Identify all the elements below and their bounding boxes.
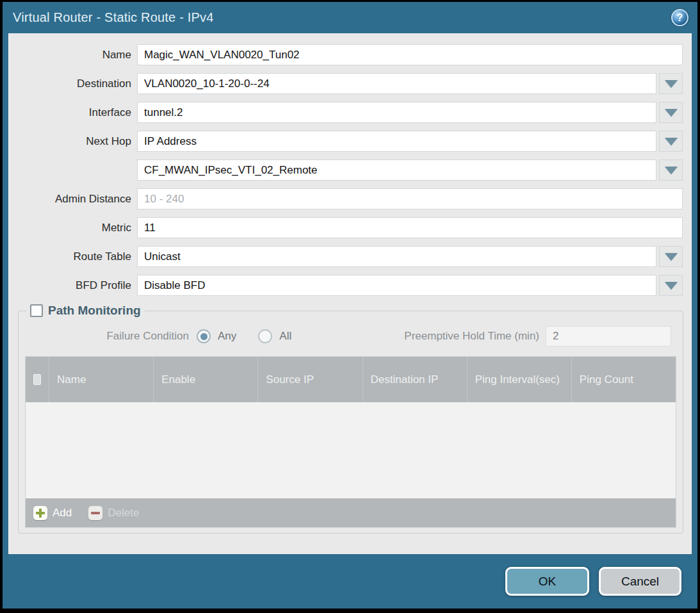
dialog-footer: OK Cancel <box>3 554 697 609</box>
destination-dropdown-button[interactable] <box>659 73 683 94</box>
table-body-empty <box>26 402 676 498</box>
chevron-down-icon <box>665 282 678 290</box>
add-button-label: Add <box>53 507 72 519</box>
route-table-input[interactable] <box>137 246 656 267</box>
chevron-down-icon <box>665 253 678 261</box>
chevron-down-icon <box>665 80 678 88</box>
radio-any-label: Any <box>218 330 236 343</box>
chevron-down-icon <box>665 167 678 174</box>
form-row-bfd-profile: BFD Profile <box>9 275 683 296</box>
next-hop-address-dropdown-button[interactable] <box>659 159 683 181</box>
ok-button[interactable]: OK <box>505 567 589 596</box>
delete-button-label: Delete <box>108 507 139 519</box>
form-row-interface: Interface <box>9 102 683 123</box>
failure-condition-any-option[interactable]: Any <box>197 329 236 343</box>
table-toolbar: Add Delete <box>26 498 676 527</box>
form-row-next-hop-address <box>9 159 683 181</box>
preemptive-hold-time-label: Preemptive Hold Time (min) <box>404 330 546 343</box>
metric-label: Metric <box>9 222 137 234</box>
form-row-next-hop: Next Hop <box>9 131 683 152</box>
delete-minus-icon <box>88 506 102 520</box>
chevron-down-icon <box>665 138 678 145</box>
dialog-titlebar: Virtual Router - Static Route - IPv4 ? <box>3 2 697 33</box>
path-monitoring-title: Path Monitoring <box>48 304 141 318</box>
column-header-ping-count[interactable]: Ping Count <box>571 357 676 402</box>
form-row-destination: Destination <box>9 73 683 94</box>
interface-input[interactable] <box>137 102 656 123</box>
chevron-down-icon <box>665 109 678 117</box>
admin-distance-label: Admin Distance <box>9 193 137 206</box>
column-header-ping-interval[interactable]: Ping Interval(sec) <box>467 357 571 402</box>
column-header-name[interactable]: Name <box>49 357 153 402</box>
form-row-name: Name <box>9 44 683 65</box>
bfd-profile-dropdown-button[interactable] <box>659 275 683 296</box>
form-row-metric: Metric <box>9 217 683 238</box>
destination-label: Destination <box>9 78 137 90</box>
delete-button[interactable]: Delete <box>88 506 139 520</box>
next-hop-address-input[interactable] <box>137 159 656 181</box>
failure-condition-row: Failure Condition Any All Preemptive Hol… <box>22 325 671 347</box>
static-route-dialog: Virtual Router - Static Route - IPv4 ? N… <box>3 2 697 609</box>
dialog-content: Name Destination Interface Next Hop <box>8 33 692 554</box>
failure-condition-label: Failure Condition <box>22 330 197 343</box>
help-icon-glyph: ? <box>677 12 683 24</box>
radio-all-label: All <box>279 330 291 343</box>
radio-all-icon <box>258 329 272 343</box>
table-header-row: Name Enable Source IP Destination IP Pin… <box>26 357 676 402</box>
bfd-profile-input[interactable] <box>137 275 656 296</box>
dialog-title: Virtual Router - Static Route - IPv4 <box>13 10 214 25</box>
admin-distance-input[interactable] <box>137 188 683 209</box>
path-monitoring-section: Path Monitoring Failure Condition Any Al… <box>18 304 683 534</box>
cancel-button[interactable]: Cancel <box>599 567 681 596</box>
bfd-profile-label: BFD Profile <box>9 279 137 292</box>
select-all-checkbox[interactable] <box>33 374 41 385</box>
next-hop-label: Next Hop <box>9 135 137 148</box>
column-header-destination-ip[interactable]: Destination IP <box>362 357 467 402</box>
radio-any-icon <box>197 329 211 343</box>
add-plus-icon <box>33 506 47 520</box>
table-header-checkbox-cell <box>26 357 49 402</box>
interface-label: Interface <box>9 106 137 119</box>
destination-input[interactable] <box>137 73 656 94</box>
route-table-label: Route Table <box>9 250 137 263</box>
interface-dropdown-button[interactable] <box>659 102 683 123</box>
preemptive-hold-time-input[interactable] <box>546 326 671 347</box>
column-header-source-ip[interactable]: Source IP <box>257 357 362 402</box>
path-monitoring-legend: Path Monitoring <box>26 304 145 318</box>
form-row-route-table: Route Table <box>9 246 683 267</box>
failure-condition-radio-group: Any All <box>197 329 291 343</box>
column-header-enable[interactable]: Enable <box>153 357 257 402</box>
help-icon[interactable]: ? <box>671 9 688 26</box>
name-label: Name <box>9 49 137 61</box>
next-hop-type-input[interactable] <box>137 131 656 152</box>
form-row-admin-distance: Admin Distance <box>9 188 683 209</box>
path-monitoring-table: Name Enable Source IP Destination IP Pin… <box>25 356 676 528</box>
path-monitoring-checkbox[interactable] <box>30 304 43 317</box>
name-input[interactable] <box>137 44 683 65</box>
route-table-dropdown-button[interactable] <box>659 246 683 267</box>
next-hop-type-dropdown-button[interactable] <box>659 131 683 152</box>
failure-condition-all-option[interactable]: All <box>258 329 291 343</box>
metric-input[interactable] <box>137 217 683 238</box>
add-button[interactable]: Add <box>33 506 72 520</box>
